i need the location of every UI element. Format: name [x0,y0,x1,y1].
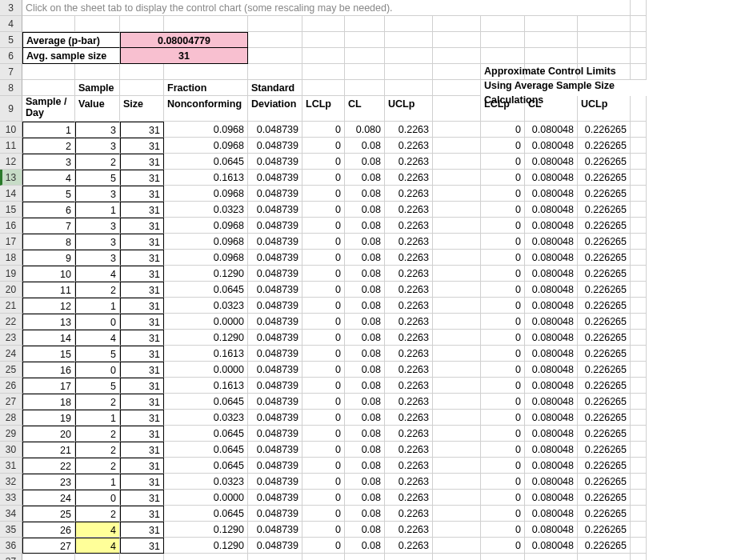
cell-fraction[interactable]: 0.1613 [164,346,248,362]
cell-cl[interactable]: 0.08 [345,330,385,346]
cell-size[interactable]: 31 [120,378,164,394]
cell-deviation[interactable]: 0.048739 [248,314,302,330]
empty-cell[interactable] [164,554,248,560]
row-header[interactable]: 18 [0,250,22,266]
cell-lclp[interactable]: 0 [302,122,345,138]
cell-cl[interactable]: 0.08 [345,138,385,154]
empty-cell[interactable] [525,16,578,32]
cell-lclp[interactable]: 0 [302,314,345,330]
cell-cl[interactable]: 0.08 [345,218,385,234]
cell-lclp[interactable]: 0 [302,410,345,426]
row-header[interactable]: 36 [0,538,22,554]
cell-approx-lclp[interactable]: 0 [481,378,525,394]
cell-approx-uclp[interactable]: 0.226265 [578,298,631,314]
empty-cell[interactable] [631,138,647,154]
cell-approx-uclp[interactable]: 0.226265 [578,314,631,330]
empty-cell[interactable] [433,64,481,80]
empty-cell[interactable] [433,538,481,554]
cell-cl[interactable]: 0.08 [345,458,385,474]
row-header[interactable]: 7 [0,64,22,80]
cell-day[interactable]: 14 [22,330,75,346]
cell-value[interactable]: 2 [75,506,120,522]
empty-cell[interactable] [631,298,647,314]
cell-day[interactable]: 18 [22,394,75,410]
cell-fraction[interactable]: 0.0645 [164,506,248,522]
cell-size[interactable]: 31 [120,474,164,490]
cell-approx-lclp[interactable]: 0 [481,266,525,282]
cell-cl[interactable]: 0.08 [345,346,385,362]
empty-cell[interactable] [525,48,578,64]
cell-fraction[interactable]: 0.0000 [164,314,248,330]
row-header[interactable]: 34 [0,506,22,522]
empty-cell[interactable] [433,330,481,346]
cell-fraction[interactable]: 0.1290 [164,266,248,282]
empty-cell[interactable] [631,186,647,202]
cell-day[interactable]: 24 [22,490,75,506]
cell-size[interactable]: 31 [120,538,164,554]
empty-cell[interactable] [631,48,647,64]
cell-day[interactable]: 15 [22,346,75,362]
cell-uclp[interactable]: 0.2263 [385,218,433,234]
cell-lclp[interactable]: 0 [302,442,345,458]
cell-cl[interactable]: 0.08 [345,170,385,186]
cell-approx-cl[interactable]: 0.080048 [525,298,578,314]
empty-cell[interactable] [631,506,647,522]
cell-approx-lclp[interactable]: 0 [481,538,525,554]
cell-size[interactable]: 31 [120,426,164,442]
empty-cell[interactable] [631,474,647,490]
cell-fraction[interactable]: 0.0968 [164,250,248,266]
cell-fraction[interactable]: 0.0000 [164,490,248,506]
cell-value[interactable]: 1 [75,474,120,490]
row-header[interactable]: 16 [0,218,22,234]
cell-fraction[interactable]: 0.0323 [164,202,248,218]
cell-value[interactable]: 3 [75,234,120,250]
cell-approx-uclp[interactable]: 0.226265 [578,202,631,218]
cell-uclp[interactable]: 0.2263 [385,154,433,170]
empty-cell[interactable] [433,410,481,426]
row-header[interactable]: 27 [0,394,22,410]
empty-cell[interactable] [481,32,525,48]
cell-lclp[interactable]: 0 [302,282,345,298]
empty-cell[interactable] [578,554,631,560]
empty-cell[interactable] [75,16,120,32]
cell-uclp[interactable]: 0.2263 [385,362,433,378]
cell-deviation[interactable]: 0.048739 [248,346,302,362]
cell-fraction[interactable]: 0.0968 [164,138,248,154]
cell-approx-uclp[interactable]: 0.226265 [578,330,631,346]
cell-cl[interactable]: 0.08 [345,522,385,538]
empty-cell[interactable] [345,80,385,96]
empty-cell[interactable] [433,474,481,490]
row-header[interactable]: 14 [0,186,22,202]
empty-cell[interactable] [385,48,433,64]
cell-size[interactable]: 31 [120,138,164,154]
cell-day[interactable]: 16 [22,362,75,378]
cell-uclp[interactable]: 0.2263 [385,122,433,138]
row-header[interactable]: 33 [0,490,22,506]
cell-fraction[interactable]: 0.0968 [164,234,248,250]
cell-deviation[interactable]: 0.048739 [248,282,302,298]
cell-uclp[interactable]: 0.2263 [385,234,433,250]
cell-uclp[interactable]: 0.2263 [385,410,433,426]
row-header[interactable]: 15 [0,202,22,218]
cell-lclp[interactable]: 0 [302,266,345,282]
cell-uclp[interactable]: 0.2263 [385,426,433,442]
cell-day[interactable]: 9 [22,250,75,266]
row-header[interactable]: 11 [0,138,22,154]
cell-size[interactable]: 31 [120,202,164,218]
cell-deviation[interactable]: 0.048739 [248,170,302,186]
cell-fraction[interactable]: 0.0323 [164,474,248,490]
cell-cl[interactable]: 0.08 [345,490,385,506]
cell-lclp[interactable]: 0 [302,426,345,442]
empty-cell[interactable] [433,138,481,154]
cell-value[interactable]: 2 [75,282,120,298]
empty-cell[interactable] [385,32,433,48]
value-avg-pbar[interactable]: 0.08004779 [120,32,248,48]
empty-cell[interactable] [631,314,647,330]
empty-cell[interactable] [433,554,481,560]
empty-cell[interactable] [525,554,578,560]
cell-approx-uclp[interactable]: 0.226265 [578,266,631,282]
cell-approx-lclp[interactable]: 0 [481,394,525,410]
cell-approx-uclp[interactable]: 0.226265 [578,346,631,362]
cell-approx-cl[interactable]: 0.080048 [525,282,578,298]
empty-cell[interactable] [433,202,481,218]
